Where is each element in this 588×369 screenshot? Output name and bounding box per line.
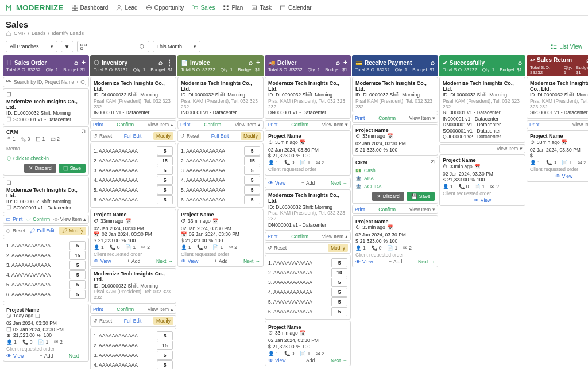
- col-sales-order: Sales Order ⌕+ Total S.O: 83232Qty: 1Bud…: [3, 55, 89, 369]
- user-icon: [6, 137, 11, 142]
- search-icon[interactable]: ⌕: [74, 59, 78, 67]
- view-item-button[interactable]: View Item ▴: [53, 216, 86, 222]
- svg-rect-11: [280, 6, 285, 10]
- save-button[interactable]: 💾 Save: [407, 192, 435, 201]
- nav-calendar[interactable]: Calendar: [280, 5, 312, 11]
- crm-title: CRM: [6, 129, 18, 135]
- add-button[interactable]: + Add: [40, 353, 53, 359]
- col-inventory: Inventory ⌕⋮ Total S.O: 83232Qty: 1Budge…: [90, 55, 176, 369]
- building-icon: [6, 92, 11, 97]
- modify-button[interactable]: Modify: [59, 227, 86, 235]
- header-search-input[interactable]: [90, 44, 136, 49]
- full-edit-button[interactable]: Full Edit: [30, 228, 55, 234]
- svg-rect-14: [80, 47, 82, 49]
- mail-icon: [51, 137, 56, 142]
- col-successfully: ✔ Successfully⌕Total S.O: 83232Qty: 1Bud…: [439, 55, 525, 369]
- svg-rect-29: [7, 218, 10, 220]
- qr-icon[interactable]: [6, 80, 11, 85]
- actionbar: Print Confirm View Item ▴: [3, 215, 89, 224]
- month-select[interactable]: This Month▾: [153, 41, 201, 52]
- dollar-icon: $: [6, 333, 11, 338]
- card-company[interactable]: Modernize Tech Insights Co., Ltd. ID: DL…: [3, 88, 89, 125]
- header-search[interactable]: [77, 41, 149, 52]
- svg-rect-22: [7, 92, 11, 96]
- items-card: 1. AAAAAAAAAAAA5 2. AAAAAAAAAAAA15 3. AA…: [3, 238, 89, 302]
- search-icon[interactable]: [136, 44, 149, 50]
- add-icon[interactable]: +: [82, 59, 86, 67]
- nav-plan[interactable]: Plan: [223, 5, 243, 11]
- project-card[interactable]: Project Name ⏱ 33min ago 📅 02 Jan 2024, …: [90, 209, 176, 267]
- building-icon: [6, 180, 11, 185]
- nav-dashboard[interactable]: Dashboard: [72, 5, 109, 11]
- svg-rect-16: [551, 44, 553, 46]
- print-button[interactable]: Print: [6, 216, 22, 222]
- phone-icon: [21, 137, 26, 142]
- svg-point-4: [118, 5, 121, 7]
- logo: MODERNIZE: [6, 3, 64, 12]
- svg-rect-1: [75, 5, 78, 7]
- svg-point-24: [8, 137, 10, 139]
- nav-sales[interactable]: Sales: [192, 5, 215, 11]
- card-company[interactable]: Modernize Tech Insights Co., Ltd. ID: DL…: [3, 177, 89, 213]
- svg-rect-23: [7, 117, 11, 121]
- nav-task[interactable]: Task: [251, 5, 272, 11]
- next-button[interactable]: Next →: [69, 353, 86, 359]
- svg-rect-28: [7, 205, 11, 209]
- external-link-icon[interactable]: [80, 129, 86, 135]
- memo-input[interactable]: [6, 145, 86, 153]
- svg-rect-17: [551, 47, 553, 49]
- discard-button[interactable]: ✕ Discard: [24, 164, 56, 173]
- payment-aba[interactable]: 🏦 ABA: [355, 176, 435, 181]
- percent-icon: %: [37, 333, 42, 338]
- col-sales-return: ↩ Sales Return⌕+Total S.O: 83232Qty: 1Bu…: [527, 55, 588, 369]
- svg-rect-7: [224, 9, 226, 10]
- col-receive-payment: 💳 Receive Payment⌕Total S.O: 83232Qty: 1…: [352, 55, 438, 369]
- search-icon[interactable]: ⌕: [158, 59, 163, 67]
- column-search: [3, 77, 89, 87]
- discard-button[interactable]: ✕ Discard: [372, 192, 404, 201]
- project-card[interactable]: Project Name 1day ago02 Jan 2024, 03:30 …: [3, 304, 89, 362]
- list-icon: [551, 44, 557, 50]
- counts: 1 0 1 2: [6, 136, 86, 142]
- branch-select[interactable]: All Branches▾: [6, 41, 57, 52]
- filterbar: All Branches▾ ▼ This Month▾ List View: [0, 38, 588, 55]
- kanban-board: Sales Order ⌕+ Total S.O: 83232Qty: 1Bud…: [0, 55, 588, 369]
- qty-input[interactable]: 5: [69, 241, 86, 250]
- save-button[interactable]: Save: [59, 164, 86, 173]
- payment-cash[interactable]: 💵 Cash: [355, 168, 435, 173]
- reset-button[interactable]: Reset: [6, 228, 25, 234]
- home-icon: [6, 30, 11, 36]
- checkin-link[interactable]: Click to check-in: [6, 156, 86, 161]
- svg-rect-20: [10, 80, 11, 81]
- nav-lead[interactable]: Lead: [116, 5, 137, 11]
- column-search-input[interactable]: [14, 79, 78, 85]
- more-icon[interactable]: ⋮: [166, 59, 173, 67]
- search-icon[interactable]: [80, 80, 86, 85]
- view-button[interactable]: 👁 View: [6, 353, 24, 359]
- breadcrumb[interactable]: CMR / Leads / Identify Leads: [6, 30, 582, 36]
- svg-rect-27: [7, 181, 11, 185]
- svg-rect-3: [75, 8, 78, 10]
- doc-icon: [36, 137, 41, 142]
- save-icon: [63, 166, 68, 171]
- svg-text:$: $: [7, 333, 10, 338]
- list-view-toggle[interactable]: List View: [551, 44, 582, 50]
- clock-icon: [6, 313, 11, 318]
- doc-icon: [6, 116, 11, 122]
- crm-card: CRM 1 0 1 2 Click to check-in ✕ Discard …: [3, 126, 89, 176]
- card-company[interactable]: Modernize Tech Insights Co., Ltd. ID: DL…: [90, 77, 176, 119]
- svg-rect-12: [80, 44, 82, 45]
- nav-opportunity[interactable]: Opportunity: [146, 5, 184, 11]
- confirm-button[interactable]: Confirm: [26, 216, 50, 222]
- qr-icon[interactable]: [78, 41, 90, 52]
- svg-rect-6: [224, 5, 226, 7]
- svg-text:%: %: [37, 333, 40, 337]
- filter-button[interactable]: ▼: [61, 41, 74, 52]
- pin-icon: [6, 156, 11, 161]
- external-link-icon[interactable]: [429, 160, 435, 165]
- topbar: MODERNIZE Dashboard Lead Opportunity Sal…: [0, 0, 588, 16]
- payment-aclida[interactable]: 🏦 ACLIDA: [355, 184, 435, 189]
- logo-icon: [6, 4, 14, 12]
- svg-rect-13: [84, 44, 86, 45]
- nav: Dashboard Lead Opportunity Sales Plan Ta…: [72, 5, 312, 11]
